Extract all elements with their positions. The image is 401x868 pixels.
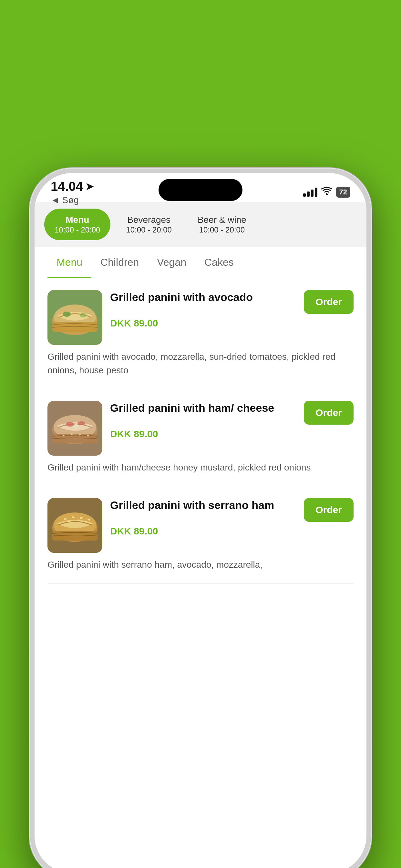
- menu-item-description: Grilled panini with avocado, mozzarella,…: [48, 350, 353, 377]
- menu-item: Grilled panini with avocado Order DKK 89…: [48, 278, 353, 389]
- order-button-serrano[interactable]: Order: [304, 498, 353, 522]
- svg-point-4: [63, 312, 71, 317]
- menu-item: Grilled panini with serrano ham Order DK…: [48, 486, 353, 584]
- menu-item: Grilled panini with ham/ cheese Order DK…: [48, 389, 353, 486]
- svg-point-10: [66, 422, 74, 427]
- menu-item-price: DKK 89.00: [110, 526, 353, 537]
- svg-point-12: [73, 424, 79, 428]
- menu-item-details: Grilled panini with ham/ cheese Order DK…: [110, 401, 353, 439]
- menu-filter-tabs: Menu Children Vegan Cakes: [35, 247, 366, 278]
- category-tabs-container: Menu 10:00 - 20:00 Beverages 10:00 - 20:…: [35, 202, 366, 247]
- filter-tab-vegan[interactable]: Vegan: [148, 247, 195, 278]
- menu-item-name: Grilled panini with avocado: [110, 290, 299, 304]
- svg-point-11: [78, 422, 85, 425]
- menu-item-price: DKK 89.00: [110, 318, 353, 329]
- battery-level: 72: [339, 188, 347, 196]
- order-button-avocado[interactable]: Order: [304, 290, 353, 314]
- status-time: 14.04 ➤: [51, 179, 94, 194]
- battery-badge: 72: [336, 187, 350, 197]
- menu-item-header: Grilled panini with avocado Order: [110, 290, 353, 314]
- menu-item-top: Grilled panini with avocado Order DKK 89…: [48, 290, 353, 345]
- dynamic-island: [158, 179, 243, 201]
- menu-item-description: Grilled panini with serrano ham, avocado…: [48, 558, 353, 571]
- wifi-icon: [321, 187, 332, 198]
- menu-item-details: Grilled panini with serrano ham Order DK…: [110, 498, 353, 537]
- menu-item-top: Grilled panini with serrano ham Order DK…: [48, 498, 353, 553]
- filter-tab-menu[interactable]: Menu: [48, 247, 91, 278]
- menu-item-name: Grilled panini with serrano ham: [110, 498, 299, 512]
- menu-item-name: Grilled panini with ham/ cheese: [110, 401, 299, 415]
- phone-container: 14.04 ➤ ◄ Søg: [29, 168, 372, 868]
- signal-bars-icon: [303, 188, 317, 197]
- filter-tab-children[interactable]: Children: [91, 247, 148, 278]
- menu-item-price: DKK 89.00: [110, 429, 353, 439]
- hero-bg: [0, 0, 401, 175]
- menu-item-description: Grilled panini with ham/cheese honey mus…: [48, 461, 353, 474]
- filter-tab-cakes[interactable]: Cakes: [195, 247, 243, 278]
- time-display: 14.04: [51, 179, 83, 194]
- category-tab-menu[interactable]: Menu 10:00 - 20:00: [44, 209, 111, 240]
- status-bar: 14.04 ➤ ◄ Søg: [35, 173, 366, 202]
- phone-inner: 14.04 ➤ ◄ Søg: [35, 173, 366, 868]
- menu-content: Grilled panini with avocado Order DKK 89…: [35, 278, 366, 584]
- menu-item-top: Grilled panini with ham/ cheese Order DK…: [48, 401, 353, 456]
- location-arrow-icon: ➤: [86, 181, 94, 192]
- menu-item-details: Grilled panini with avocado Order DKK 89…: [110, 290, 353, 329]
- category-tab-beer-wine[interactable]: Beer & wine 10:00 - 20:00: [187, 209, 257, 240]
- food-image-ham: [48, 401, 102, 456]
- svg-point-5: [80, 313, 86, 317]
- svg-point-0: [326, 193, 328, 195]
- food-image-serrano: [48, 498, 102, 553]
- status-right: 72: [303, 187, 350, 198]
- food-image-avocado: [48, 290, 102, 345]
- menu-item-header: Grilled panini with serrano ham Order: [110, 498, 353, 522]
- category-tab-beverages[interactable]: Beverages 10:00 - 20:00: [116, 209, 182, 240]
- menu-item-header: Grilled panini with ham/ cheese Order: [110, 401, 353, 425]
- order-button-ham[interactable]: Order: [304, 401, 353, 425]
- phone-frame: 14.04 ➤ ◄ Søg: [29, 168, 372, 868]
- back-nav-label[interactable]: ◄ Søg: [51, 195, 94, 206]
